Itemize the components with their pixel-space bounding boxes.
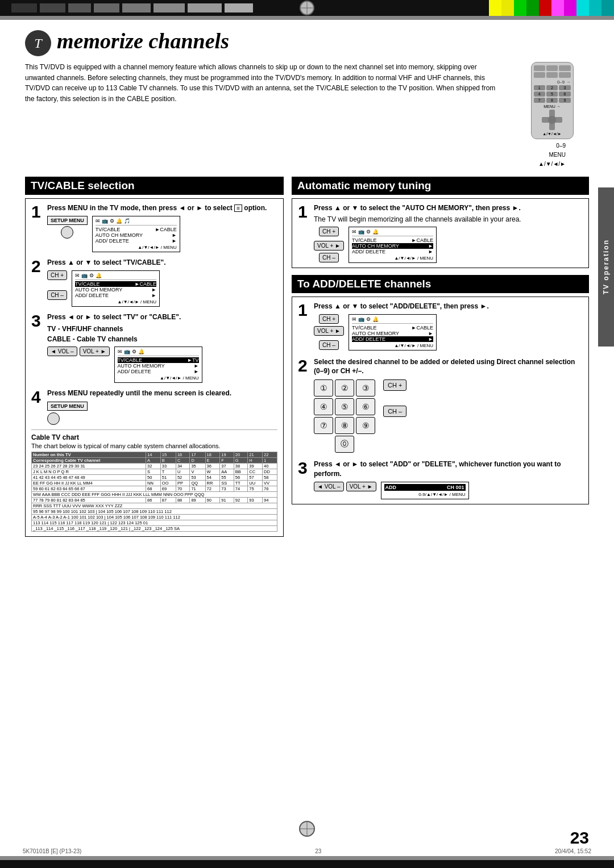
remote-btn-2: [546, 65, 558, 71]
bar-block-8: [225, 3, 253, 12]
setup-menu-btn: SETUP MENU: [47, 216, 88, 225]
table-row: 113 114 115 116 117 118 119 120 121 | 12…: [32, 520, 277, 526]
number-grid: ① ② ③ ④ ⑤ ⑥ ⑦ ⑧ ⑨ ⓪: [314, 379, 375, 453]
footer-left: 5K70101B [E] (P13-23): [23, 848, 81, 854]
ad-step3-diagram: ◄ VOL – VOL + ► ADD CH 001 0-9/▲/▼/◄/► /…: [314, 482, 583, 499]
step3-diagram: ◄ VOL – VOL + ► ✉📺⚙🔔 TV/CABLE►TV: [47, 347, 277, 383]
table-row: WW AAA BBB CCC DDD EEE FFF GGG HHH II JJ…: [32, 492, 277, 498]
crosshair-bottom: [299, 821, 315, 837]
screen-row-add: ADD/ DELETE►: [96, 238, 177, 244]
step2-instruction: Press ▲ or ▼ to select "TV/CABLE".: [47, 258, 277, 268]
remote-btn-6: [559, 72, 570, 78]
ch-minus-step2[interactable]: CH –: [383, 406, 406, 417]
page-number: 23: [570, 828, 589, 848]
num-btn-4[interactable]: ④: [314, 398, 333, 415]
num-btn-1[interactable]: ①: [314, 379, 333, 397]
remote-btn-3: [559, 65, 570, 71]
auto-step1-row: 1 Press ▲ or ▼ to select the "AUTO CH ME…: [298, 203, 583, 263]
remote-num-label: 0–9 →: [534, 80, 571, 85]
screen2-row-hl: TV/CABLE►CABLE: [75, 281, 156, 287]
screen-row-auto: AUTO CH MEMORY►: [96, 232, 177, 238]
num-btn-9[interactable]: ⑨: [356, 417, 375, 434]
rnum-1: 1: [534, 85, 545, 90]
screen3-row-hl: TV/CABLE►TV: [118, 357, 199, 363]
auto-screen-row3: ADD/ DELETE►: [352, 249, 433, 254]
footer-right: 20/4/04, 15:52: [555, 848, 591, 854]
auto-menu-screen: ✉📺⚙🔔 TV/CABLE►CABLE AUTO CH MEMORY► ADD/…: [349, 227, 437, 263]
step4-number: 4: [31, 389, 44, 406]
screen3-row-add: ADD/ DELETE►: [118, 369, 199, 374]
add-delete-screen: ADD CH 001 0-9/▲/▼/◄/► / MENU: [381, 482, 469, 499]
remote-btn-5: [546, 72, 558, 78]
cable-chart-section: Cable TV chart The chart below is typica…: [31, 429, 277, 532]
step1-content: Press MENU in the TV mode, then press ◄ …: [47, 203, 277, 252]
num-btn-0[interactable]: ⓪: [335, 436, 354, 453]
ch-plus-step2[interactable]: CH +: [383, 379, 406, 391]
bar-block-1: [11, 3, 37, 12]
bar-block-3: [68, 3, 91, 12]
tv-cable-section: TV/CABLE selection 1 Press MENU in the T…: [25, 177, 284, 537]
table-row: 95 96 97 98 99 100 101 102 103 | 104 105…: [32, 509, 277, 515]
auto-memory-box: 1 Press ▲ or ▼ to select the "AUTO CH ME…: [292, 198, 589, 268]
num-btn-7[interactable]: ⑦: [314, 417, 333, 434]
remote-side-labels: 0–9 MENU ▲/▼/◄/►: [538, 141, 566, 169]
auto-step1-diagram: CH + VOL + ► CH – ✉📺⚙🔔 TV/CABLE►CABLE: [314, 227, 583, 263]
num-btn-2[interactable]: ②: [335, 379, 354, 397]
ad-step1-number: 1: [298, 302, 310, 319]
rnum-9: 9: [559, 98, 570, 103]
intro-text: This TV/DVD is equipped with a channel m…: [25, 62, 506, 169]
screen3-icons: ✉📺⚙🔔: [118, 349, 199, 356]
dpad-label-remote: ▲/▼/◄/►: [534, 132, 571, 136]
footer-center: 23: [315, 848, 321, 854]
bar-block-6: [154, 3, 185, 12]
step3-vol-minus: ◄ VOL –: [314, 482, 344, 491]
step4-instruction: Press MENU repeatedly until the menu scr…: [47, 389, 277, 398]
remote-btn-1: [534, 65, 545, 71]
num-btn-3[interactable]: ③: [356, 379, 375, 397]
add-screen-row: ADD CH 001: [384, 484, 466, 491]
auto-step1-desc: The TV will begin memorizing all the cha…: [314, 215, 583, 223]
ad-step3-number: 3: [298, 460, 310, 477]
ad-ch-plus: CH +: [319, 314, 339, 324]
num-btn-8[interactable]: ⑧: [335, 417, 354, 434]
color-cyan-1: [576, 0, 589, 16]
color-yellow-1: [489, 0, 501, 16]
add-delete-box: 1 Press ▲ or ▼ to select "ADD/DELETE", t…: [292, 297, 589, 504]
auto-screen-row1: TV/CABLE►CABLE: [352, 237, 433, 243]
step2-number: 2: [31, 258, 44, 275]
ad-step3-row: 3 Press ◄ or ► to select "ADD" or "DELET…: [298, 460, 583, 499]
auto-screen-icons: ✉📺⚙🔔: [352, 229, 433, 236]
remote-area: 0–9 → 1 2 3 4 5 6 7 8 9 MENU →: [515, 62, 589, 169]
step3-menu-screen: ✉📺⚙🔔 TV/CABLE►TV AUTO CH MEMORY► ADD/ DE…: [114, 347, 202, 383]
title-section: T memorize channels: [25, 30, 589, 56]
screen2-row-add: ADD/ DELETE►: [75, 293, 156, 298]
table-row: EE FF GG HH II JJ KK LL MM4NNOOPPQQRRSST…: [32, 481, 277, 486]
table-row: J K L M N O P Q RSTUVWAABBCCDD: [32, 469, 277, 475]
cable-table: Number on this TV 14 15 16 17 18 19 20 2…: [31, 452, 277, 532]
table-row: _113 _114 _115 _116 _117 _118 _119 _120 …: [32, 526, 277, 532]
num-btn-5[interactable]: ⑤: [335, 398, 354, 415]
auto-memory-header: Automatic memory tuning: [292, 177, 589, 195]
cable-chart-desc: The chart below is typical of many cable…: [31, 443, 277, 449]
table-row: 23 24 25 26 27 28 29 30 3132333435363738…: [32, 464, 277, 469]
title-icon-text: T: [34, 36, 42, 51]
ad-screen-row1: TV/CABLE►CABLE: [352, 325, 433, 331]
auto-screen-nav: ▲/▼/◄/► / MENU: [352, 256, 433, 261]
ad-screen-nav: ▲/▼/◄/► / MENU: [352, 343, 433, 348]
add-screen-nav: 0-9/▲/▼/◄/► / MENU: [384, 492, 466, 497]
bottom-bars: [0, 856, 614, 868]
color-cyan-2: [589, 0, 601, 16]
step3-vol-buttons: ◄ VOL – VOL + ►: [314, 482, 376, 491]
ad-step1-row: 1 Press ▲ or ▼ to select "ADD/DELETE", t…: [298, 302, 583, 350]
rnum-6: 6: [559, 91, 570, 97]
vol-minus-btn: ◄ VOL –: [47, 347, 77, 356]
num-btn-6[interactable]: ⑥: [356, 398, 375, 415]
remote-dpad: [542, 110, 562, 130]
right-column: Automatic memory tuning 1 Press ▲ or ▼ t…: [292, 177, 589, 537]
gray-separator-bar: [0, 16, 614, 20]
rnum-4: 4: [534, 91, 545, 97]
color-cyan-3: [601, 0, 614, 16]
screen3-row-auto: AUTO CH MEMORY►: [118, 363, 199, 369]
screen2-nav: ▲/▼/◄/► / MENU: [75, 299, 156, 304]
ad-step1-diagram: CH + VOL + ► CH – ✉📺⚙🔔 TV/CABLE►CABLE: [314, 314, 583, 350]
